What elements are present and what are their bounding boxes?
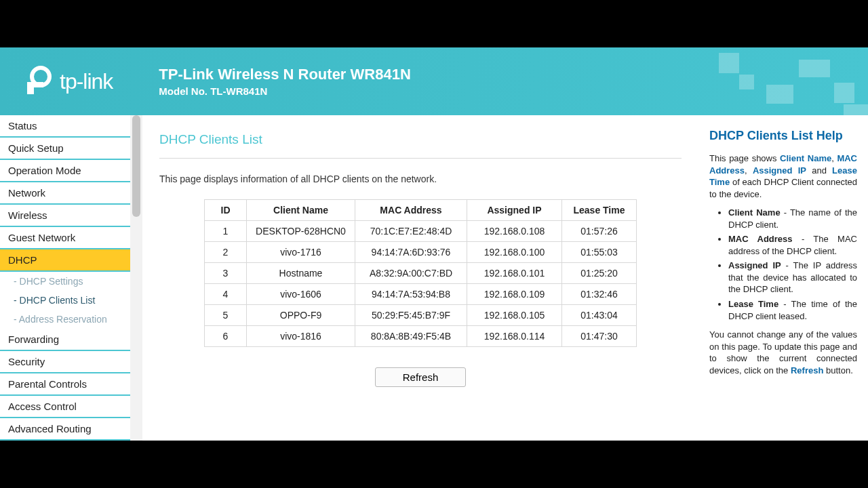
sidebar-item-address-reservation[interactable]: - Address Reservation xyxy=(0,310,130,329)
sidebar-item-dhcp[interactable]: DHCP xyxy=(0,249,130,272)
svg-rect-2 xyxy=(27,82,43,87)
table-row: 3HostnameA8:32:9A:00:C7:BD192.168.0.1010… xyxy=(205,263,637,284)
header-banner: tp-link TP-Link Wireless N Router WR841N… xyxy=(0,47,868,115)
cell-lease: 01:47:30 xyxy=(562,326,637,347)
letterbox-bottom xyxy=(0,441,868,488)
sidebar-item-security[interactable]: Security xyxy=(0,351,130,373)
brand-text: tp-link xyxy=(60,69,113,94)
scrollbar-thumb[interactable] xyxy=(132,115,140,217)
col-header-id: ID xyxy=(205,200,247,221)
sidebar-item-operation-mode[interactable]: Operation Mode xyxy=(0,160,130,182)
product-title: TP-Link Wireless N Router WR841N xyxy=(159,66,410,83)
cell-mac: 80:8A:8B:49:F5:4B xyxy=(355,326,467,347)
sidebar-item-dhcp-clients-list[interactable]: - DHCP Clients List xyxy=(0,291,130,310)
cell-ip: 192.168.0.105 xyxy=(467,305,562,326)
cell-ip: 192.168.0.114 xyxy=(467,326,562,347)
sidebar-item-dhcp-settings[interactable]: - DHCP Settings xyxy=(0,272,130,291)
cell-id: 3 xyxy=(205,263,247,284)
header-decoration xyxy=(665,47,868,115)
refresh-button[interactable]: Refresh xyxy=(375,367,467,387)
table-row: 1DESKTOP-628HCN070:1C:E7:E2:48:4D192.168… xyxy=(205,221,637,242)
sidebar-item-access-control[interactable]: Access Control xyxy=(0,396,130,418)
help-bullets: Client Name - The name of the DHCP clien… xyxy=(709,207,857,322)
cell-id: 5 xyxy=(205,305,247,326)
sidebar-item-parental-controls[interactable]: Parental Controls xyxy=(0,373,130,396)
col-header-lease: Lease Time xyxy=(562,200,637,221)
cell-id: 2 xyxy=(205,242,247,263)
help-bullet: Lease Time - The time of the DHCP client… xyxy=(728,298,857,322)
page-title: DHCP Clients List xyxy=(159,132,682,159)
col-header-ip: Assigned IP xyxy=(467,200,562,221)
table-row: 6vivo-181680:8A:8B:49:F5:4B192.168.0.114… xyxy=(205,326,637,347)
model-number: Model No. TL-WR841N xyxy=(159,85,410,97)
help-footer: You cannot change any of the values on t… xyxy=(709,329,857,376)
cell-client: vivo-1816 xyxy=(247,326,355,347)
cell-mac: 50:29:F5:45:B7:9F xyxy=(355,305,467,326)
cell-lease: 01:57:26 xyxy=(562,221,637,242)
cell-id: 1 xyxy=(205,221,247,242)
sidebar-scrollbar[interactable] xyxy=(130,115,142,441)
help-panel: DHCP Clients List Help This page shows C… xyxy=(698,115,868,441)
header-titles: TP-Link Wireless N Router WR841N Model N… xyxy=(159,66,410,97)
cell-lease: 01:55:03 xyxy=(562,242,637,263)
main-content: DHCP Clients List This page displays inf… xyxy=(142,115,698,441)
cell-client: DESKTOP-628HCN0 xyxy=(247,221,355,242)
cell-client: vivo-1716 xyxy=(247,242,355,263)
sidebar-item-guest-network[interactable]: Guest Network xyxy=(0,227,130,249)
cell-id: 6 xyxy=(205,326,247,347)
tp-link-logo-icon xyxy=(20,64,54,98)
letterbox-top xyxy=(0,0,868,47)
cell-ip: 192.168.0.108 xyxy=(467,221,562,242)
help-intro: This page shows Client Name, MAC Address… xyxy=(709,152,857,200)
cell-mac: 94:14:7A:6D:93:76 xyxy=(355,242,467,263)
sidebar-item-wireless[interactable]: Wireless xyxy=(0,205,130,227)
sidebar-item-advanced-routing[interactable]: Advanced Routing xyxy=(0,418,130,441)
table-row: 2vivo-171694:14:7A:6D:93:76192.168.0.100… xyxy=(205,242,637,263)
help-bullet: Assigned IP - The IP address that the de… xyxy=(728,260,857,296)
cell-client: OPPO-F9 xyxy=(247,305,355,326)
brand-logo: tp-link xyxy=(20,64,113,98)
cell-ip: 192.168.0.109 xyxy=(467,284,562,305)
cell-lease: 01:43:04 xyxy=(562,305,637,326)
cell-lease: 01:25:20 xyxy=(562,263,637,284)
sidebar-item-network[interactable]: Network xyxy=(0,182,130,205)
sidebar-item-forwarding[interactable]: Forwarding xyxy=(0,329,130,351)
col-header-client: Client Name xyxy=(247,200,355,221)
sidebar-nav: StatusQuick SetupOperation ModeNetworkWi… xyxy=(0,115,130,441)
cell-ip: 192.168.0.101 xyxy=(467,263,562,284)
cell-mac: 70:1C:E7:E2:48:4D xyxy=(355,221,467,242)
cell-client: Hostname xyxy=(247,263,355,284)
cell-mac: A8:32:9A:00:C7:BD xyxy=(355,263,467,284)
table-row: 5OPPO-F950:29:F5:45:B7:9F192.168.0.10501… xyxy=(205,305,637,326)
cell-client: vivo-1606 xyxy=(247,284,355,305)
cell-mac: 94:14:7A:53:94:B8 xyxy=(355,284,467,305)
col-header-mac: MAC Address xyxy=(355,200,467,221)
cell-lease: 01:32:46 xyxy=(562,284,637,305)
help-bullet: Client Name - The name of the DHCP clien… xyxy=(728,207,857,230)
cell-ip: 192.168.0.100 xyxy=(467,242,562,263)
help-title: DHCP Clients List Help xyxy=(709,129,857,143)
app-window: tp-link TP-Link Wireless N Router WR841N… xyxy=(0,47,868,441)
dhcp-clients-table: ID Client Name MAC Address Assigned IP L… xyxy=(204,199,637,347)
cell-id: 4 xyxy=(205,284,247,305)
page-description: This page displays information of all DH… xyxy=(159,174,682,184)
table-row: 4vivo-160694:14:7A:53:94:B8192.168.0.109… xyxy=(205,284,637,305)
sidebar-item-quick-setup[interactable]: Quick Setup xyxy=(0,138,130,160)
help-bullet: MAC Address - The MAC address of the DHC… xyxy=(728,233,857,257)
sidebar-item-status[interactable]: Status xyxy=(0,115,130,138)
